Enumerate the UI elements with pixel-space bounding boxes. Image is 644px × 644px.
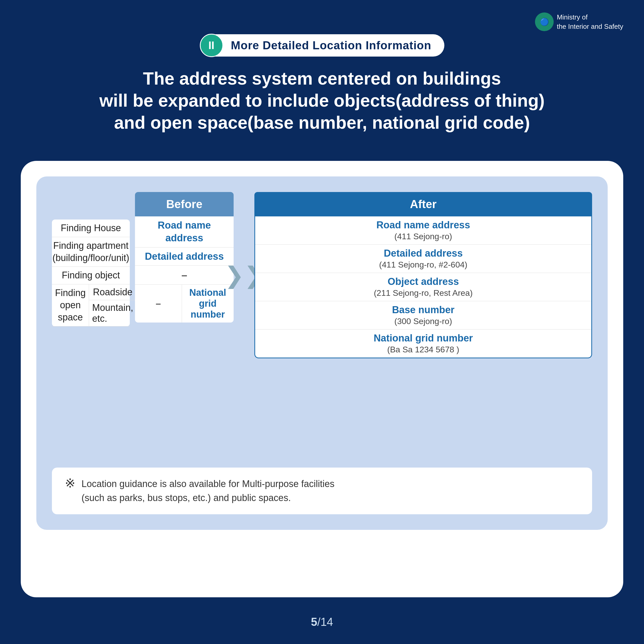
before-row-1: Road name address [135,216,233,248]
note-symbol: ※ [65,476,75,490]
after-header: After [254,192,592,216]
category-column: Finding House Finding apartment(building… [52,192,130,326]
after-road-name: Road name address (411 Sejong-ro) [255,216,591,245]
inner-blue: Finding House Finding apartment(building… [36,176,608,530]
cat-open-space-sub: Roadside Mountain,etc. [89,284,136,326]
before-header: Before [135,192,233,216]
arrow-container: ❯❯ [233,264,254,287]
before-roadside: – [135,285,182,323]
before-open-space: – National grid number [135,285,233,323]
bef-arr-aft: Before Road name address Detailed addres… [135,192,592,358]
before-row-3: – [135,266,233,285]
badge-label: More Detailed Location Information [215,34,444,57]
before-column: Before Road name address Detailed addres… [135,192,233,323]
after-column: After Road name address (411 Sejong-ro) … [254,192,592,358]
cat-row-1: Finding House [52,220,130,237]
logo-area: 🔵 Ministry of the Interior and Safety [535,12,623,31]
category-body: Finding House Finding apartment(building… [52,220,130,326]
cat-row-3: Finding object [52,267,130,284]
main-heading: The address system centered on buildings… [37,67,608,134]
note-area: ※ Location guidance is also available fo… [52,468,592,514]
logo-text: Ministry of the Interior and Safety [557,12,623,31]
after-object: Object address (211 Sejong-ro, Rest Area… [255,273,591,301]
white-card: Finding House Finding apartment(building… [21,161,623,597]
cat-mountain: Mountain,etc. [89,300,136,326]
after-base-number: Base number (300 Sejong-ro) [255,301,591,330]
logo-icon: 🔵 [535,12,554,31]
page-number: 5/14 [311,615,333,628]
section-badge: II More Detailed Location Information [200,34,444,57]
after-detailed: Detailed address (411 Sejong-ro, #2-604) [255,245,591,273]
cat-row-open-space: Findingopenspace Roadside Mountain,etc. [52,284,130,326]
after-body: Road name address (411 Sejong-ro) Detail… [254,216,592,358]
note-text: Location guidance is also available for … [81,477,335,505]
comparison-table: Finding House Finding apartment(building… [52,192,592,457]
after-grid-number: National grid number (Ba Sa 1234 5678 ) [255,330,591,358]
before-row-2: Detailed address [135,248,233,266]
cat-roadside: Roadside [89,284,136,300]
cat-row-2: Finding apartment(building/floor/unit) [52,237,130,267]
before-body: Road name address Detailed address – – [135,216,233,323]
badge-roman: II [200,34,223,57]
cat-open-space-main: Findingopenspace [52,284,89,326]
before-mountain: National grid number [182,285,234,323]
